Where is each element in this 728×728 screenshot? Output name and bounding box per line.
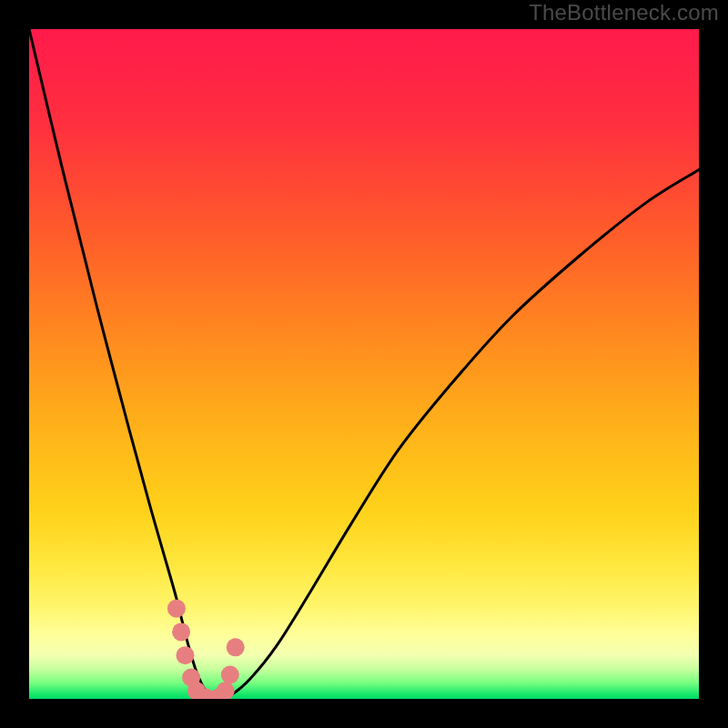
watermark-text: TheBottleneck.com — [529, 0, 719, 25]
chart-svg — [29, 29, 699, 699]
marker-dot — [217, 682, 235, 699]
marker-dot — [167, 600, 186, 618]
plot-area — [29, 29, 699, 699]
marker-dot — [172, 622, 190, 641]
marker-dot — [221, 666, 239, 684]
bottleneck-curve — [29, 29, 699, 699]
marker-dot — [227, 638, 245, 656]
chart-frame: TheBottleneck.com — [0, 0, 728, 728]
marker-dot — [176, 646, 194, 664]
